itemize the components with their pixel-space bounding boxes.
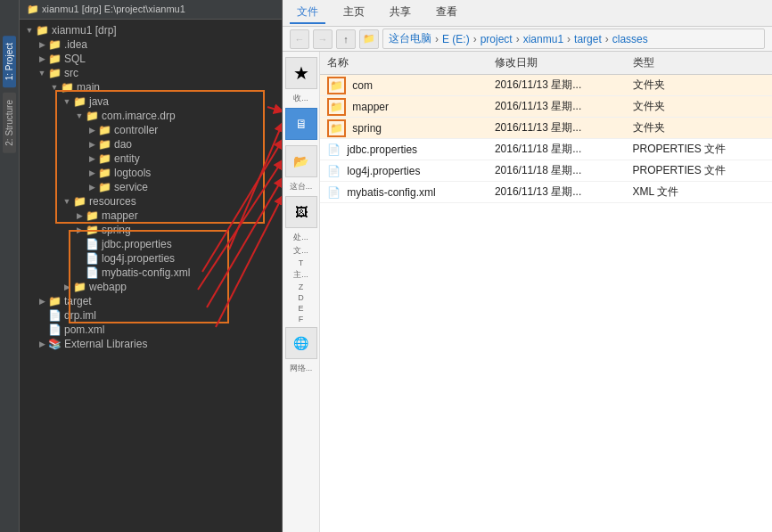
nav-d-label: D xyxy=(298,293,304,302)
mapper-folder-icon: 📁 xyxy=(86,209,99,222)
tree-log4j-props[interactable]: 📄 log4j.properties xyxy=(20,251,282,266)
tab-file[interactable]: 文件 xyxy=(290,2,325,24)
nav-starred-label: 收... xyxy=(293,93,308,104)
structure-tab[interactable]: 2: Structure xyxy=(3,93,16,153)
tree-drp-iml[interactable]: 📄 drp.iml xyxy=(20,308,282,323)
file-row-jdbc[interactable]: 📄 jdbc.properties 2016/11/18 星期... PROPE… xyxy=(320,139,772,160)
tree-mapper[interactable]: ▶ 📁 mapper xyxy=(20,209,282,223)
tree-entity[interactable]: ▶ 📁 entity xyxy=(20,151,282,166)
spring-kind: 文件夹 xyxy=(626,118,772,139)
main-arrow: ▼ xyxy=(48,83,61,92)
file-row-mapper[interactable]: 📁 mapper 2016/11/13 星期... 文件夹 xyxy=(320,96,772,118)
main-label: main xyxy=(77,81,100,94)
nav-thisdisk-label: 这台... xyxy=(283,181,319,192)
file-name-mapper: 📁 mapper xyxy=(320,96,488,118)
drp-iml-icon: 📄 xyxy=(48,309,62,322)
breadcrumb-classes[interactable]: classes xyxy=(612,33,648,45)
file-row-spring[interactable]: 📁 spring 2016/11/13 星期... 文件夹 xyxy=(320,118,772,139)
file-name-jdbc: 📄 jdbc.properties xyxy=(320,139,488,160)
service-label: service xyxy=(114,181,148,193)
tab-home[interactable]: 主页 xyxy=(336,2,372,24)
controller-arrow: ▶ xyxy=(86,126,98,135)
back-button[interactable]: ← xyxy=(290,29,309,49)
tree-jdbc-props[interactable]: 📄 jdbc.properties xyxy=(20,237,282,251)
tree-java[interactable]: ▼ 📁 java xyxy=(20,94,282,109)
target-folder-icon: 📁 xyxy=(48,295,62,307)
project-tab[interactable]: 1: Project xyxy=(3,36,16,87)
tree-target[interactable]: ▶ 📁 target xyxy=(20,294,282,308)
mybatis-xml-icon: 📄 xyxy=(86,266,99,279)
log4j-kind: PROPERTIES 文件 xyxy=(626,160,772,182)
src-label: src xyxy=(64,67,78,79)
side-tabs-panel: 1: Project 2: Structure xyxy=(0,0,20,532)
mybatis-date: 2016/11/13 星期... xyxy=(488,182,626,203)
spring-label: spring xyxy=(102,224,131,236)
log4j-date: 2016/11/18 星期... xyxy=(488,160,626,182)
tree-resources[interactable]: ▼ 📁 resources xyxy=(20,194,282,209)
tree-idea[interactable]: ▶ 📁 .idea xyxy=(20,37,282,52)
tree-ext-libs[interactable]: ▶ 📚 External Libraries xyxy=(20,337,282,351)
java-label: java xyxy=(89,95,109,108)
entity-folder-icon: 📁 xyxy=(98,152,111,165)
tab-share[interactable]: 共享 xyxy=(382,2,418,24)
breadcrumb-computer[interactable]: 这台电脑 xyxy=(389,31,431,46)
breadcrumb-sep-3: › xyxy=(516,33,520,45)
tree-dao[interactable]: ▶ 📁 dao xyxy=(20,137,282,151)
tree-controller[interactable]: ▶ 📁 controller xyxy=(20,123,282,137)
entity-arrow: ▶ xyxy=(86,154,98,163)
file-name-com: 📁 com xyxy=(320,75,488,96)
folder-icon-btn[interactable]: 📁 xyxy=(359,29,379,49)
nav-desktop[interactable]: 🖥 xyxy=(285,108,317,140)
sql-arrow: ▶ xyxy=(36,54,48,63)
tree-main[interactable]: ▼ 📁 main xyxy=(20,80,282,94)
tree-logtools[interactable]: ▶ 📁 logtools xyxy=(20,166,282,180)
file-row-com[interactable]: 📁 com 2016/11/13 星期... 文件夹 xyxy=(320,75,772,96)
breadcrumb: 这台电脑 › E (E:) › project › xianmu1 › targ… xyxy=(382,29,765,49)
nav-starred[interactable]: ★ xyxy=(285,57,317,89)
com-imarce-arrow: ▼ xyxy=(73,111,86,120)
spring-folder-icon: 📁 xyxy=(86,224,99,236)
tree-com-imarce[interactable]: ▼ 📁 com.imarce.drp xyxy=(20,109,282,123)
webapp-arrow: ▶ xyxy=(61,282,73,291)
tree-root[interactable]: ▼ 📁 xianmu1 [drp] xyxy=(20,23,282,37)
file-row-log4j[interactable]: 📄 log4j.properties 2016/11/18 星期... PROP… xyxy=(320,160,772,182)
col-date[interactable]: 修改日期 xyxy=(488,52,626,75)
root-arrow: ▼ xyxy=(23,26,36,35)
com-kind: 文件夹 xyxy=(626,75,772,96)
resources-label: resources xyxy=(89,195,136,208)
tree-webapp[interactable]: ▶ 📁 webapp xyxy=(20,280,282,294)
tree-mybatis-xml[interactable]: 📄 mybatis-config.xml xyxy=(20,266,282,280)
tree-pom-xml[interactable]: 📄 pom.xml xyxy=(20,323,282,337)
tree-sql[interactable]: ▶ 📁 SQL xyxy=(20,52,282,66)
forward-button[interactable]: → xyxy=(313,29,333,49)
jdbc-file-icon: 📄 xyxy=(327,143,341,156)
log4j-file-icon: 📄 xyxy=(327,165,341,177)
nav-images-label: 处... xyxy=(293,232,308,243)
tree-spring[interactable]: ▶ 📁 spring xyxy=(20,223,282,237)
mybatis-kind: XML 文件 xyxy=(626,182,772,203)
breadcrumb-project[interactable]: project xyxy=(480,33,513,45)
nav-network[interactable]: 🌐 xyxy=(285,327,317,359)
pom-xml-label: pom.xml xyxy=(64,323,104,336)
col-name[interactable]: 名称 xyxy=(320,52,488,75)
breadcrumb-xianmu1[interactable]: xianmu1 xyxy=(523,33,563,45)
left-nav-panel: ★ 收... 🖥 📂 这台... 🖼 处... 文... T 主... Z D … xyxy=(283,52,320,532)
sql-label: SQL xyxy=(64,53,86,65)
nav-images[interactable]: 🖼 xyxy=(285,196,317,228)
mapper-arrow: ▶ xyxy=(73,211,86,220)
tab-view[interactable]: 查看 xyxy=(429,2,464,24)
nav-z-label: Z xyxy=(299,282,304,291)
mybatis-name-label: mybatis-config.xml xyxy=(347,186,435,199)
col-type[interactable]: 类型 xyxy=(626,52,772,75)
up-button[interactable]: ↑ xyxy=(336,29,356,49)
root-folder-icon: 📁 xyxy=(36,24,49,37)
tree-service[interactable]: ▶ 📁 service xyxy=(20,180,282,194)
file-row-mybatis[interactable]: 📄 mybatis-config.xml 2016/11/13 星期... XM… xyxy=(320,182,772,203)
breadcrumb-target[interactable]: target xyxy=(574,33,602,45)
file-name-spring: 📁 spring xyxy=(320,118,488,139)
tree-src[interactable]: ▼ 📁 src xyxy=(20,66,282,80)
file-table: 名称 修改日期 类型 📁 com 2016/11/13 星期... 文件夹 xyxy=(320,52,772,203)
root-label: xianmu1 [drp] xyxy=(52,24,117,37)
nav-files[interactable]: 📂 xyxy=(285,145,317,177)
breadcrumb-edrive[interactable]: E (E:) xyxy=(442,33,470,45)
